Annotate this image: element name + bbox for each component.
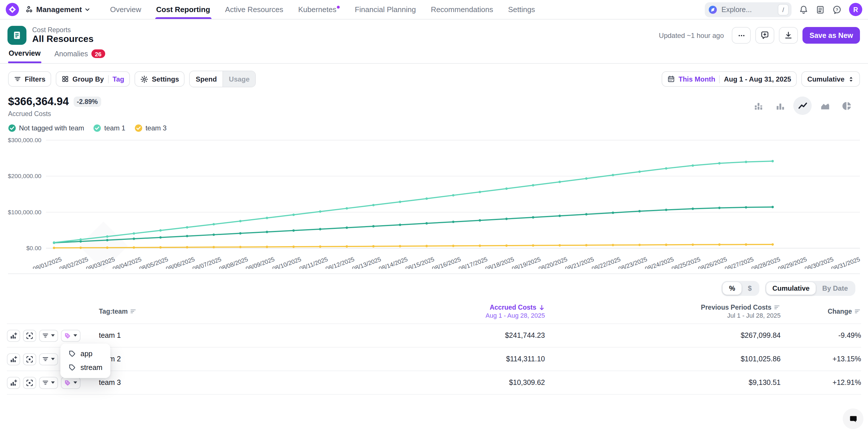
series-line[interactable] — [54, 161, 773, 243]
data-point[interactable] — [133, 232, 135, 235]
percent-option[interactable]: % — [723, 282, 742, 295]
area-chart-button[interactable] — [816, 97, 834, 114]
data-point[interactable] — [106, 235, 108, 237]
data-point[interactable] — [266, 231, 268, 233]
data-point[interactable] — [106, 239, 108, 241]
data-point[interactable] — [186, 226, 188, 228]
row-group-label[interactable]: team 3 — [99, 378, 304, 387]
more-actions-button[interactable] — [732, 27, 751, 44]
save-as-new-button[interactable]: Save as New — [803, 27, 860, 44]
data-point[interactable] — [638, 170, 641, 173]
data-point[interactable] — [53, 247, 55, 249]
nav-item-settings[interactable]: Settings — [508, 0, 535, 19]
row-tag-button[interactable] — [61, 329, 81, 341]
data-point[interactable] — [745, 206, 747, 208]
tab-overview[interactable]: Overview — [8, 48, 41, 63]
data-point[interactable] — [771, 160, 774, 162]
filters-button[interactable]: Filters — [8, 71, 51, 87]
data-point[interactable] — [345, 226, 348, 229]
chat-widget-button[interactable] — [843, 408, 863, 429]
data-point[interactable] — [319, 210, 321, 212]
row-filter-button[interactable] — [39, 329, 58, 341]
col-header-accrued[interactable]: Accrued Costs Aug 1 - Aug 28, 2025 — [304, 304, 545, 319]
data-point[interactable] — [612, 244, 614, 246]
data-point[interactable] — [665, 167, 668, 169]
group-by-button[interactable]: Group By Tag — [56, 71, 130, 87]
data-point[interactable] — [399, 224, 401, 226]
data-point[interactable] — [186, 235, 188, 237]
data-point[interactable] — [478, 219, 481, 222]
tag-dropdown-item-app[interactable]: app — [64, 347, 107, 361]
data-point[interactable] — [612, 174, 614, 176]
data-point[interactable] — [638, 210, 641, 212]
help-button[interactable]: ? — [832, 5, 842, 14]
data-point[interactable] — [345, 207, 348, 209]
cumulative-bydate-toggle[interactable]: Cumulative By Date — [765, 281, 855, 296]
tab-anomalies[interactable]: Anomalies 26 — [54, 48, 105, 63]
data-point[interactable] — [771, 243, 774, 245]
data-point[interactable] — [718, 207, 720, 209]
col-header-group[interactable]: Tag:team — [99, 308, 304, 315]
data-point[interactable] — [133, 246, 135, 249]
row-group-label[interactable]: team 2 — [99, 355, 304, 363]
bar-chart-button[interactable] — [771, 97, 789, 114]
data-point[interactable] — [212, 246, 215, 248]
legend-item[interactable]: Not tagged with team — [8, 124, 84, 132]
dollar-option[interactable]: $ — [742, 282, 758, 295]
row-focus-button[interactable] — [23, 329, 36, 341]
data-point[interactable] — [745, 243, 747, 245]
data-point[interactable] — [159, 246, 161, 248]
percent-dollar-toggle[interactable]: % $ — [722, 281, 760, 296]
comment-button[interactable] — [755, 27, 775, 44]
row-tag-button[interactable] — [61, 376, 81, 389]
data-point[interactable] — [79, 238, 82, 241]
stacked-bar-chart-button[interactable] — [750, 97, 767, 114]
row-focus-button[interactable] — [23, 376, 36, 389]
aggregation-select[interactable]: Cumulative — [802, 71, 860, 87]
legend-item[interactable]: team 1 — [93, 124, 125, 132]
data-point[interactable] — [505, 187, 507, 190]
nav-item-financial-planning[interactable]: Financial Planning — [355, 0, 415, 19]
data-point[interactable] — [212, 223, 215, 225]
line-chart-button[interactable] — [793, 97, 812, 115]
data-point[interactable] — [186, 246, 188, 248]
data-point[interactable] — [319, 245, 321, 247]
data-point[interactable] — [239, 220, 242, 222]
data-point[interactable] — [372, 245, 374, 247]
legend-item[interactable]: team 3 — [134, 124, 166, 132]
settings-button[interactable]: Settings — [134, 71, 185, 87]
download-button[interactable] — [779, 27, 798, 44]
data-point[interactable] — [638, 243, 641, 246]
row-add-to-chart-button[interactable] — [7, 376, 20, 389]
data-point[interactable] — [532, 184, 534, 187]
by-date-option[interactable]: By Date — [816, 282, 854, 295]
data-point[interactable] — [532, 216, 534, 219]
row-focus-button[interactable] — [23, 353, 36, 365]
data-point[interactable] — [372, 204, 374, 206]
data-point[interactable] — [425, 197, 428, 200]
data-point[interactable] — [585, 244, 587, 246]
data-point[interactable] — [612, 211, 614, 214]
data-point[interactable] — [478, 244, 481, 247]
data-point[interactable] — [771, 206, 774, 208]
col-header-change[interactable]: Change — [781, 308, 861, 315]
data-point[interactable] — [718, 162, 720, 164]
data-point[interactable] — [452, 245, 455, 247]
data-point[interactable] — [585, 177, 587, 179]
data-point[interactable] — [505, 218, 507, 220]
row-add-to-chart-button[interactable] — [7, 329, 20, 341]
data-point[interactable] — [239, 232, 242, 234]
data-point[interactable] — [425, 245, 428, 247]
data-point[interactable] — [266, 217, 268, 219]
nav-item-cost-reporting[interactable]: Cost Reporting — [156, 0, 210, 19]
data-point[interactable] — [266, 245, 268, 248]
usage-option[interactable]: Usage — [222, 71, 255, 87]
data-point[interactable] — [452, 194, 455, 196]
breadcrumb[interactable]: Cost Reports — [32, 26, 93, 33]
data-point[interactable] — [558, 214, 561, 217]
data-point[interactable] — [558, 244, 561, 246]
data-point[interactable] — [212, 234, 215, 236]
row-group-label[interactable]: team 1 — [99, 331, 304, 339]
data-point[interactable] — [399, 245, 401, 247]
data-point[interactable] — [532, 244, 534, 246]
